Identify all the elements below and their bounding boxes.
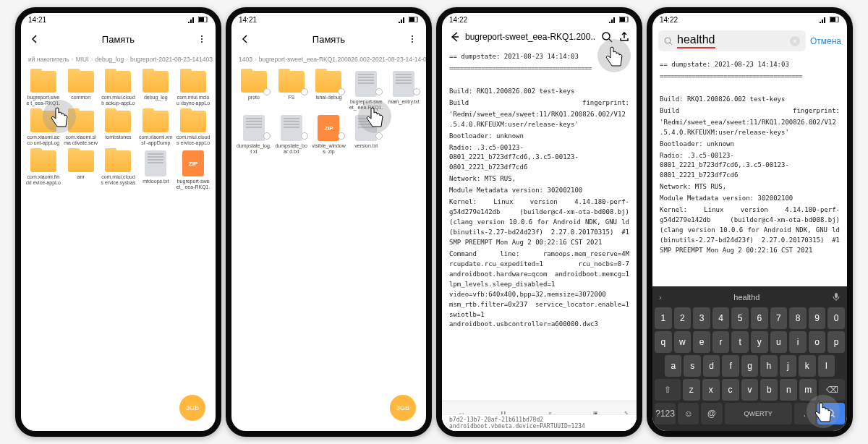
key[interactable]: d (703, 355, 720, 377)
file-item[interactable]: mtdoops.txt (137, 150, 174, 190)
key[interactable]: p (827, 331, 845, 353)
key[interactable]: l (818, 355, 835, 377)
file-item[interactable]: bugreport-sweet_ eea-RKQ1.20082 (348, 71, 384, 111)
key[interactable]: b (760, 379, 778, 401)
select-radio[interactable] (263, 88, 271, 95)
key[interactable]: r (712, 331, 730, 353)
backspace-key[interactable]: ⌫ (819, 379, 845, 401)
folder-item[interactable]: com.miui.clouds ervice.sysbase-a (101, 150, 137, 190)
file-item[interactable]: ZIPbugreport-sweet_ eea-RKQ1.20082 (175, 150, 211, 190)
folder-item[interactable]: bugreport-swee t_eea-RKQ1.2008 (25, 71, 61, 106)
folder-icon (68, 150, 94, 172)
more-icon[interactable] (195, 33, 208, 46)
svg-rect-1 (199, 17, 204, 22)
key[interactable]: s (684, 355, 700, 377)
key[interactable]: 5 (731, 307, 749, 329)
select-radio[interactable] (338, 132, 345, 140)
key[interactable]: 7 (770, 307, 788, 329)
key[interactable]: m (799, 379, 817, 401)
key[interactable]: a (665, 355, 681, 377)
back-icon[interactable] (28, 33, 41, 46)
folder-item[interactable]: com.xiaomi.sima ctivate.service-a (63, 111, 99, 146)
item-label: common (64, 95, 98, 101)
folder-item[interactable]: com.miui.cloudb ackup-appLog (101, 71, 137, 106)
space-key[interactable]: QWERTY (725, 403, 792, 424)
share-icon[interactable] (618, 30, 631, 43)
folder-item[interactable]: tombstones (101, 111, 137, 146)
key[interactable]: h (760, 355, 777, 377)
key[interactable]: f (722, 355, 739, 377)
key[interactable]: t (731, 331, 749, 353)
svg-point-4 (201, 41, 203, 43)
folder-item[interactable]: com.miui.mclou dsync-appLog (175, 71, 211, 106)
key[interactable]: g (741, 355, 758, 377)
select-radio[interactable] (375, 132, 383, 140)
key[interactable]: i (789, 331, 807, 353)
fab-storage[interactable]: 3GB (179, 395, 205, 421)
folder-item[interactable]: proto (236, 71, 272, 111)
file-item[interactable]: dumpstate_boar d.txt (273, 115, 310, 155)
fab-storage[interactable]: 3GB (390, 395, 416, 421)
folder-item[interactable]: debug_log (137, 71, 174, 106)
key[interactable]: o (809, 331, 826, 353)
back-icon[interactable] (448, 30, 461, 43)
key[interactable]: k (799, 355, 815, 377)
key[interactable]: w (674, 331, 692, 353)
folder-item[interactable]: lshal-debug (311, 71, 347, 111)
select-radio[interactable] (301, 132, 308, 140)
key[interactable]: v (741, 379, 759, 401)
key[interactable]: q (655, 331, 672, 353)
cancel-link[interactable]: Отмена (810, 36, 841, 46)
more-icon[interactable] (406, 33, 419, 46)
select-radio[interactable] (413, 88, 420, 95)
key[interactable]: . (794, 403, 815, 424)
key[interactable]: @ (701, 403, 722, 424)
back-icon[interactable] (239, 33, 252, 46)
file-item[interactable]: version.txt (348, 115, 384, 155)
file-item[interactable]: ZIPvisible_windows. zip (311, 115, 347, 155)
folder-item[interactable]: common (63, 71, 99, 106)
key[interactable]: y (751, 331, 768, 353)
key[interactable]: z (683, 379, 700, 401)
file-item[interactable]: main_entry.txt (386, 71, 422, 111)
key[interactable]: e (693, 331, 710, 353)
select-radio[interactable] (263, 132, 271, 140)
select-radio[interactable] (375, 88, 383, 95)
search-key[interactable] (817, 403, 845, 424)
select-radio[interactable] (301, 88, 308, 95)
key[interactable]: 4 (712, 307, 730, 329)
folder-item[interactable]: com.xiaomi.findd evice-appLog (25, 150, 61, 190)
folder-item[interactable]: com.xiaomi.xmsf -appDump (137, 111, 174, 146)
status-time: 14:22 (660, 16, 678, 24)
dump-content: == dumpstate: 2021-08-23 14:14:03 ======… (442, 48, 637, 334)
key[interactable]: n (780, 379, 797, 401)
breadcrumb[interactable]: ий накопитель› MIUI› debug_log› bugrepor… (21, 52, 216, 67)
key[interactable]: 0 (827, 307, 845, 329)
key[interactable]: 9 (809, 307, 826, 329)
key[interactable]: 3 (693, 307, 710, 329)
key[interactable]: 8 (789, 307, 807, 329)
clear-icon[interactable]: × (790, 36, 800, 46)
key[interactable]: x (702, 379, 720, 401)
key[interactable]: c (722, 379, 739, 401)
suggestion[interactable]: healthd (662, 293, 832, 302)
search-input[interactable]: healthd (677, 33, 715, 48)
key[interactable]: u (770, 331, 788, 353)
breadcrumb[interactable]: 1403› bugreport-sweet_eea-RKQ1.200826.00… (231, 52, 426, 67)
key[interactable]: ☺ (678, 403, 699, 424)
key[interactable]: 2 (674, 307, 692, 329)
key[interactable]: j (780, 355, 796, 377)
search-icon[interactable] (600, 30, 613, 43)
folder-item[interactable]: FS (273, 71, 310, 111)
key[interactable]: 6 (751, 307, 768, 329)
file-item[interactable]: dumpstate_log.t xt (236, 115, 272, 155)
folder-item[interactable]: anr (63, 150, 99, 190)
folder-item[interactable]: com.xiaomi.acco unt-appLog (25, 111, 61, 146)
folder-item[interactable]: com.miui.clouds ervice-appLog (175, 111, 211, 146)
key[interactable]: 1 (655, 307, 672, 329)
svg-point-3 (201, 38, 203, 40)
shift-key[interactable]: ⇧ (655, 379, 681, 401)
key[interactable]: ?123 (655, 403, 676, 424)
mic-icon[interactable] (832, 292, 841, 302)
item-label: proto (237, 95, 271, 101)
